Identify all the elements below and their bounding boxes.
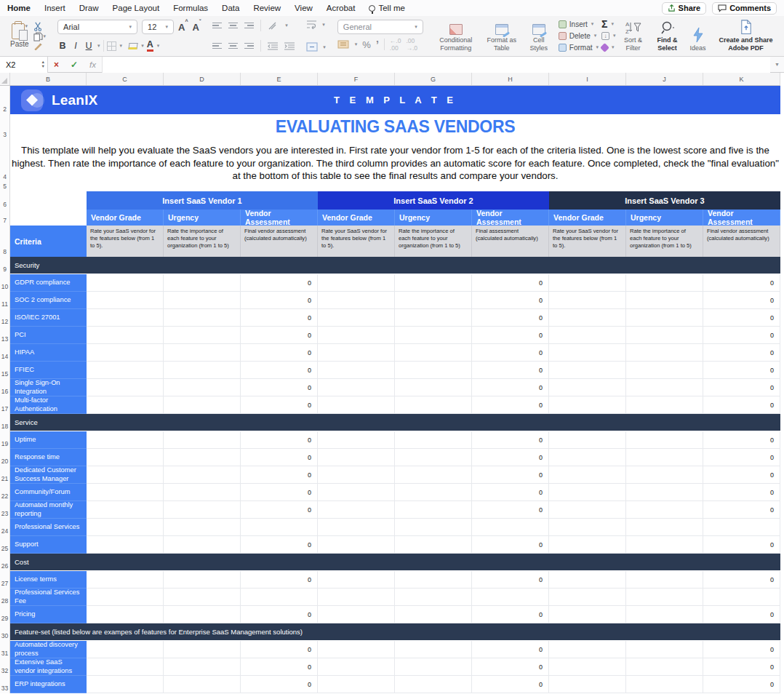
assessment-cell[interactable] (703, 519, 780, 536)
row-header[interactable]: 18 (0, 414, 10, 431)
grade-cell[interactable] (318, 571, 395, 589)
align-center-button[interactable] (228, 41, 238, 51)
urgency-cell[interactable] (626, 309, 703, 327)
tab-home[interactable]: Home (7, 4, 31, 12)
tab-tell-me[interactable]: Tell me (369, 4, 404, 12)
urgency-cell[interactable] (164, 658, 241, 676)
criteria-cell[interactable]: Community/Forum (10, 484, 87, 501)
grade-cell[interactable] (318, 344, 395, 362)
assessment-cell[interactable]: 0 (472, 396, 549, 414)
intro-text[interactable]: This template will help you evaluate the… (10, 140, 780, 182)
column-header-H[interactable]: H (472, 73, 549, 85)
row-header[interactable]: 11 (0, 292, 10, 309)
assessment-cell[interactable]: 0 (472, 344, 549, 362)
criteria-cell[interactable]: ERP integrations (10, 676, 87, 693)
percent-button[interactable]: % (362, 39, 371, 50)
description-cell[interactable]: Final vendor assessment (calculated auto… (703, 226, 780, 257)
urgency-cell[interactable] (395, 606, 472, 623)
assessment-cell[interactable]: 0 (703, 641, 780, 658)
decrease-indent-button[interactable] (268, 42, 278, 50)
assessment-cell[interactable] (241, 519, 318, 536)
assessment-cell[interactable]: 0 (472, 606, 549, 623)
grade-cell[interactable] (318, 292, 395, 309)
assessment-cell[interactable]: 0 (241, 396, 318, 414)
tab-draw[interactable]: Draw (79, 4, 99, 12)
assessment-cell[interactable]: 0 (472, 571, 549, 589)
orientation-button[interactable] (268, 21, 278, 31)
row-header[interactable]: 21 (0, 466, 10, 484)
urgency-cell[interactable] (626, 327, 703, 344)
grade-cell[interactable] (549, 536, 626, 554)
align-middle-button[interactable] (228, 21, 238, 31)
grade-cell[interactable] (87, 274, 164, 292)
column-header-E[interactable]: E (241, 73, 318, 85)
assessment-cell[interactable]: 0 (703, 484, 780, 501)
urgency-cell[interactable] (164, 396, 241, 414)
cancel-entry-button[interactable]: × (48, 60, 65, 70)
urgency-cell[interactable] (395, 676, 472, 693)
assessment-cell[interactable]: 0 (703, 327, 780, 344)
assessment-cell[interactable]: 0 (703, 379, 780, 396)
column-header-I[interactable]: I (549, 73, 626, 85)
assessment-cell[interactable]: 0 (241, 274, 318, 292)
criteria-cell[interactable]: PCI (10, 327, 87, 344)
assessment-cell[interactable]: 0 (241, 676, 318, 693)
urgency-cell[interactable] (395, 641, 472, 658)
align-left-button[interactable] (212, 41, 222, 51)
urgency-cell[interactable] (395, 658, 472, 676)
copy-button[interactable]: ▾ (33, 32, 47, 41)
grade-cell[interactable] (549, 519, 626, 536)
formula-input[interactable] (102, 57, 770, 73)
assessment-cell[interactable]: 0 (472, 309, 549, 327)
increase-indent-button[interactable] (284, 42, 295, 50)
column-header-B[interactable]: B (10, 73, 87, 85)
assessment-cell[interactable]: 0 (472, 292, 549, 309)
assessment-cell[interactable]: 0 (241, 344, 318, 362)
tab-page-layout[interactable]: Page Layout (113, 4, 160, 12)
assessment-cell[interactable] (472, 589, 549, 606)
subheader-cell[interactable]: Vendor Grade (549, 210, 626, 226)
row-header[interactable]: 12 (0, 309, 10, 327)
assessment-cell[interactable] (703, 589, 780, 606)
grade-cell[interactable] (87, 309, 164, 327)
subheader-cell[interactable]: Vendor Grade (87, 210, 164, 226)
criteria-cell[interactable]: Extensive SaaS vendor integrations (10, 658, 87, 676)
assessment-cell[interactable]: 0 (241, 327, 318, 344)
description-cell[interactable]: Final assessment (calculated automatical… (472, 226, 549, 257)
expand-formula-bar-icon[interactable]: ▼ (770, 62, 784, 67)
urgency-cell[interactable] (626, 466, 703, 484)
assessment-cell[interactable] (241, 589, 318, 606)
assessment-cell[interactable]: 0 (472, 658, 549, 676)
urgency-cell[interactable] (626, 536, 703, 554)
conditional-formatting-button[interactable]: Conditional Formatting (431, 18, 481, 53)
assessment-cell[interactable]: 0 (241, 449, 318, 466)
criteria-cell[interactable]: GDPR compliance (10, 274, 87, 292)
criteria-cell[interactable]: SOC 2 compliance (10, 292, 87, 309)
assessment-cell[interactable]: 0 (241, 309, 318, 327)
assessment-cell[interactable]: 0 (241, 606, 318, 623)
urgency-cell[interactable] (626, 274, 703, 292)
tab-insert[interactable]: Insert (44, 4, 65, 12)
section-header-cell[interactable]: Security (10, 257, 780, 274)
grade-cell[interactable] (318, 536, 395, 554)
urgency-cell[interactable] (395, 327, 472, 344)
grade-cell[interactable] (549, 641, 626, 658)
row-header[interactable]: 3 (0, 114, 10, 140)
urgency-cell[interactable] (395, 484, 472, 501)
grade-cell[interactable] (87, 484, 164, 501)
assessment-cell[interactable]: 0 (703, 571, 780, 589)
urgency-cell[interactable] (626, 571, 703, 589)
clear-button[interactable]: ▾ (601, 42, 616, 52)
grade-cell[interactable] (549, 379, 626, 396)
grade-cell[interactable] (87, 589, 164, 606)
align-bottom-button[interactable] (244, 21, 254, 31)
row-header[interactable]: 28 (0, 589, 10, 606)
row-header[interactable]: 22 (0, 484, 10, 501)
grade-cell[interactable] (549, 396, 626, 414)
vendor-header-1[interactable]: Insert SaaS Vendor 1 (87, 191, 318, 210)
urgency-cell[interactable] (626, 606, 703, 623)
urgency-cell[interactable] (164, 309, 241, 327)
assessment-cell[interactable]: 0 (472, 449, 549, 466)
urgency-cell[interactable] (626, 344, 703, 362)
urgency-cell[interactable] (164, 466, 241, 484)
